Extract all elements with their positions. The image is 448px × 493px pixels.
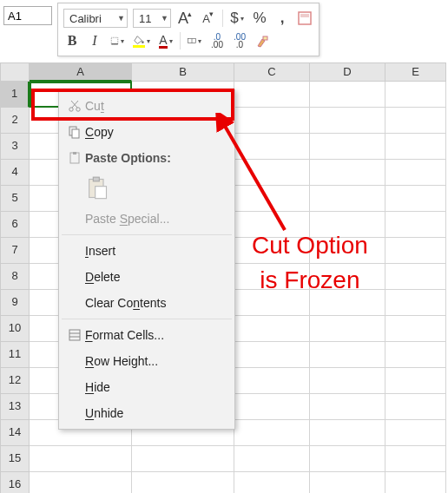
merge-button[interactable]: ▾ [186, 31, 203, 50]
row-header[interactable]: 13 [0, 394, 30, 420]
cell[interactable] [385, 186, 446, 212]
select-all-corner[interactable] [0, 62, 30, 82]
row-header[interactable]: 11 [0, 342, 30, 368]
row-header[interactable]: 2 [0, 108, 30, 134]
clipboard-icon [64, 151, 85, 165]
menu-unhide[interactable]: Unhide [59, 400, 234, 426]
cell[interactable] [310, 420, 385, 446]
cell[interactable] [385, 342, 446, 368]
cell[interactable] [385, 290, 446, 316]
border-button[interactable]: ▾ [109, 31, 126, 50]
cell[interactable] [234, 160, 310, 186]
cell[interactable] [234, 368, 310, 394]
cell[interactable] [132, 446, 234, 472]
font-family-select[interactable]: Calibri ▼ [63, 9, 128, 28]
menu-row-height[interactable]: Row Height... [59, 348, 234, 374]
cell[interactable] [385, 160, 446, 186]
cell[interactable] [310, 134, 385, 160]
decrease-font-button[interactable]: A▾ [200, 9, 217, 28]
cell[interactable] [234, 446, 310, 472]
decrease-decimal-button[interactable]: .00 .0 [231, 31, 248, 50]
fill-color-button[interactable]: ▾ [131, 31, 152, 50]
menu-copy[interactable]: Copy [59, 119, 234, 145]
name-box[interactable] [3, 6, 52, 25]
italic-button[interactable]: I [86, 31, 103, 50]
row-header[interactable]: 9 [0, 290, 30, 316]
menu-delete[interactable]: Delete [59, 264, 234, 290]
cell[interactable] [310, 82, 385, 108]
row-header[interactable]: 14 [0, 420, 30, 446]
cell[interactable] [385, 108, 446, 134]
cell[interactable] [385, 212, 446, 238]
cell[interactable] [310, 316, 385, 342]
column-header[interactable]: E [385, 62, 446, 82]
row-header[interactable]: 7 [0, 238, 30, 264]
cell[interactable] [310, 342, 385, 368]
cell[interactable] [385, 316, 446, 342]
conditional-format-icon[interactable] [296, 9, 313, 28]
column-header[interactable]: A [30, 62, 132, 82]
cell[interactable] [385, 368, 446, 394]
cell[interactable] [310, 108, 385, 134]
row-header[interactable]: 16 [0, 472, 30, 493]
cell[interactable] [385, 394, 446, 420]
svg-rect-2 [111, 37, 118, 44]
row-header[interactable]: 8 [0, 264, 30, 290]
divider [180, 32, 181, 49]
cell[interactable] [234, 186, 310, 212]
menu-format-cells[interactable]: Format Cells... [59, 322, 234, 348]
menu-insert[interactable]: Insert [59, 238, 234, 264]
cell[interactable] [234, 472, 310, 493]
percent-format-button[interactable]: % [251, 9, 268, 28]
menu-paste-options-header: Paste Options: [59, 145, 234, 171]
cell[interactable] [310, 368, 385, 394]
menu-hide[interactable]: Hide [59, 374, 234, 400]
cell[interactable] [385, 264, 446, 290]
format-painter-button[interactable] [254, 31, 271, 50]
row-header[interactable]: 5 [0, 186, 30, 212]
cell[interactable] [385, 134, 446, 160]
comma-format-button[interactable]: , [273, 9, 291, 28]
increase-decimal-button[interactable]: .0 .00 [208, 31, 226, 50]
font-color-button[interactable]: A ▾ [157, 31, 175, 50]
cell[interactable] [234, 342, 310, 368]
cell[interactable] [234, 316, 310, 342]
cell[interactable] [385, 472, 446, 493]
cell[interactable] [310, 472, 385, 493]
column-header[interactable]: D [310, 62, 385, 82]
cell[interactable] [385, 420, 446, 446]
row-header[interactable]: 4 [0, 160, 30, 186]
cell[interactable] [234, 420, 310, 446]
bold-button[interactable]: B [63, 31, 81, 50]
column-header[interactable]: B [132, 62, 234, 82]
font-size-select[interactable]: 11 ▼ [133, 9, 171, 28]
cell[interactable] [234, 82, 310, 108]
cell[interactable] [234, 108, 310, 134]
chevron-down-icon: ▾ [169, 37, 173, 45]
menu-label: Clear Contents [85, 296, 166, 310]
svg-rect-18 [96, 187, 107, 199]
cell[interactable] [310, 446, 385, 472]
row-header[interactable]: 1 [0, 82, 30, 108]
row-header[interactable]: 12 [0, 368, 30, 394]
cell[interactable] [132, 472, 234, 493]
increase-font-button[interactable]: A▴ [176, 9, 194, 28]
cell[interactable] [30, 472, 132, 493]
currency-format-button[interactable]: $▾ [228, 9, 246, 28]
cell[interactable] [385, 238, 446, 264]
row-header[interactable]: 3 [0, 134, 30, 160]
row-header[interactable]: 10 [0, 316, 30, 342]
cell[interactable] [30, 446, 132, 472]
cell[interactable] [385, 446, 446, 472]
column-header[interactable]: C [234, 62, 310, 82]
cell[interactable] [234, 134, 310, 160]
cell[interactable] [385, 82, 446, 108]
row-header[interactable]: 15 [0, 446, 30, 472]
menu-cut: Cut [59, 93, 234, 119]
row-header[interactable]: 6 [0, 212, 30, 238]
menu-clear-contents[interactable]: Clear Contents [59, 290, 234, 316]
cell[interactable] [310, 160, 385, 186]
cell[interactable] [234, 394, 310, 420]
cell[interactable] [310, 394, 385, 420]
cell[interactable] [310, 186, 385, 212]
